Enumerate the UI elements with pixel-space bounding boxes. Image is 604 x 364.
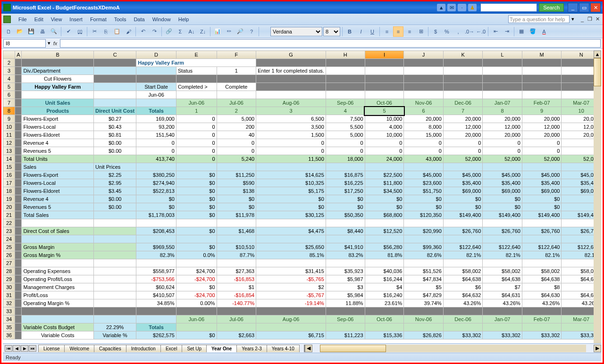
- mail-icon[interactable]: ✉: [447, 4, 456, 11]
- row-header[interactable]: 30: [3, 283, 15, 291]
- cell[interactable]: 12,000: [443, 123, 483, 131]
- cell[interactable]: [136, 219, 176, 227]
- cell[interactable]: [94, 67, 136, 75]
- font-select[interactable]: Verdana: [270, 27, 322, 36]
- row-header[interactable]: 13: [3, 147, 15, 155]
- cell[interactable]: $0: [176, 331, 217, 339]
- cell[interactable]: [522, 235, 562, 243]
- cell[interactable]: 10,000: [365, 131, 404, 139]
- cell[interactable]: $26,760: [443, 227, 483, 235]
- cell[interactable]: $45,000: [483, 171, 522, 179]
- cell[interactable]: Dec-06: [443, 315, 483, 323]
- menu-window[interactable]: Window: [149, 16, 175, 23]
- menu-edit[interactable]: Edit: [31, 16, 47, 23]
- sort-asc-icon[interactable]: A↓: [186, 26, 197, 37]
- cell[interactable]: [217, 91, 256, 99]
- cell[interactable]: $69,000: [483, 187, 522, 195]
- cell[interactable]: [217, 75, 256, 83]
- cell[interactable]: $17,250: [326, 187, 365, 195]
- cell[interactable]: Jun-06: [176, 99, 217, 107]
- cell[interactable]: Sep-06: [326, 315, 365, 323]
- cell[interactable]: [326, 307, 365, 315]
- cell[interactable]: Management Charges: [22, 283, 94, 291]
- cell[interactable]: 5,500: [326, 123, 365, 131]
- cell[interactable]: 83.2%: [326, 251, 365, 259]
- cell[interactable]: $64,638: [483, 275, 522, 283]
- cell[interactable]: [443, 163, 483, 171]
- cell[interactable]: [15, 323, 22, 331]
- cell[interactable]: $12,520: [365, 227, 404, 235]
- tab-first-icon[interactable]: ⏮: [5, 345, 12, 352]
- cell[interactable]: [483, 83, 522, 91]
- row-header[interactable]: 8: [3, 107, 15, 115]
- autosum-icon[interactable]: Σ: [175, 26, 185, 37]
- cell[interactable]: [15, 123, 22, 131]
- cell[interactable]: $0: [365, 203, 404, 211]
- cell[interactable]: Dec-06: [443, 99, 483, 107]
- help-search[interactable]: [508, 15, 570, 23]
- cell[interactable]: 0: [176, 115, 217, 123]
- row-header[interactable]: 11: [3, 131, 15, 139]
- col-header[interactable]: A: [15, 51, 22, 59]
- cell[interactable]: $262,575: [136, 331, 176, 339]
- cell[interactable]: Gross Margin %: [22, 251, 94, 259]
- cell[interactable]: Flowers-Eldoret: [22, 187, 94, 195]
- cell[interactable]: 87.7%: [217, 251, 256, 259]
- cell[interactable]: $0: [136, 203, 176, 211]
- cell[interactable]: $25,650: [256, 243, 326, 251]
- cell[interactable]: [443, 59, 483, 67]
- cell[interactable]: [136, 235, 176, 243]
- cell[interactable]: Cut Flowers: [22, 75, 94, 83]
- search-input[interactable]: [480, 3, 537, 12]
- copy-icon[interactable]: ⎘: [101, 26, 111, 37]
- cell[interactable]: [15, 107, 22, 115]
- cell[interactable]: [256, 59, 326, 67]
- cell[interactable]: [522, 323, 562, 331]
- cell[interactable]: $380,250: [136, 171, 176, 179]
- cell[interactable]: 23.61%: [365, 299, 404, 307]
- cell[interactable]: 0: [365, 147, 404, 155]
- cell[interactable]: Aug-06: [256, 99, 326, 107]
- cell[interactable]: [365, 75, 404, 83]
- cell[interactable]: 0: [176, 155, 217, 163]
- cell[interactable]: -$24,700: [176, 291, 217, 299]
- cell[interactable]: $69,000: [443, 187, 483, 195]
- cell[interactable]: 1,500: [256, 131, 326, 139]
- cell[interactable]: [483, 67, 522, 75]
- cell[interactable]: [326, 235, 365, 243]
- cell[interactable]: $47,829: [404, 291, 444, 299]
- cell[interactable]: $11,978: [217, 211, 256, 219]
- cell[interactable]: $0: [176, 195, 217, 203]
- cell[interactable]: Nov-06: [404, 99, 444, 107]
- cell[interactable]: [15, 251, 22, 259]
- cell[interactable]: [136, 307, 176, 315]
- cell[interactable]: 9: [522, 107, 562, 115]
- bold-icon[interactable]: B: [344, 26, 355, 37]
- tray-icon[interactable]: ▲: [437, 4, 445, 11]
- cell[interactable]: $47,834: [404, 275, 444, 283]
- cell[interactable]: $0: [176, 243, 217, 251]
- cell[interactable]: Direct Unit Cost: [94, 107, 136, 115]
- cell[interactable]: Happy Valley Farm: [22, 83, 94, 91]
- hscroll-right-icon[interactable]: ▶: [594, 345, 601, 352]
- cell[interactable]: [522, 163, 562, 171]
- cell[interactable]: 93,200: [136, 123, 176, 131]
- cell[interactable]: $16,225: [326, 179, 365, 187]
- cell[interactable]: [15, 83, 22, 91]
- minimize-button[interactable]: _: [568, 3, 578, 12]
- cell[interactable]: [15, 155, 22, 163]
- select-all[interactable]: [3, 51, 15, 59]
- vertical-scrollbar[interactable]: ▲ ▼: [594, 50, 601, 351]
- fontsize-select[interactable]: 8: [323, 27, 340, 36]
- cell[interactable]: [483, 323, 522, 331]
- cell[interactable]: -$16,854: [217, 291, 256, 299]
- cell[interactable]: [22, 59, 94, 67]
- cell[interactable]: $4: [365, 283, 404, 291]
- cell[interactable]: $68,800: [365, 211, 404, 219]
- cell[interactable]: $149,400: [483, 211, 522, 219]
- paste-icon[interactable]: 📋: [112, 26, 122, 37]
- cell[interactable]: $45,000: [443, 171, 483, 179]
- cell[interactable]: [522, 83, 562, 91]
- sheet-tab[interactable]: Excel: [160, 345, 182, 352]
- sheet-tab[interactable]: Introduction: [126, 345, 161, 352]
